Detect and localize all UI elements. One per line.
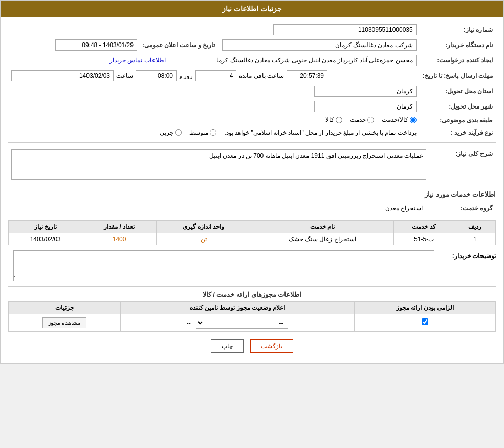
licenses-table: الزامی بودن ارائه مجوز اعلام وضعیت مجوز … (8, 301, 496, 332)
category-radio-kala-khedmat-input[interactable] (410, 117, 417, 123)
buyer-org-value-cell: شرکت معادن ذغالسنگ کرمان تاریخ و ساعت اع… (8, 37, 420, 53)
response-time-label: ساعت (116, 72, 133, 79)
services-table: ردیف کد خدمت نام خدمت واحد اندازه گیری ت… (8, 220, 496, 245)
cell-row-num: 1 (454, 233, 496, 245)
purchase-type-radio-partial-input[interactable] (175, 129, 182, 136)
response-remaining-label: ساعت باقی مانده (239, 72, 284, 79)
buyer-notes-section: توضیحات خریدار: (8, 250, 496, 281)
divider-2 (8, 186, 496, 186)
col-quantity: تعداد / مقدار (82, 220, 156, 233)
services-section-title: اطلاعات خدمات مورد نیاز (8, 190, 496, 198)
category-radio-kala-input[interactable] (336, 117, 342, 123)
licenses-section-header: اطلاعات مجوزهای ارائه خدمت / کالا (8, 286, 496, 298)
page-title: جزئیات اطلاعات نیاز (1, 1, 503, 17)
need-number-label: شماره نیاز: (420, 22, 496, 37)
announce-datetime-label: تاریخ و ساعت اعلان عمومی: (142, 41, 215, 49)
city-delivery-value-cell: کرمان (8, 99, 420, 114)
purchase-type-value-cell: پرداخت تمام یا بخشی از مبلغ خریدار از مح… (8, 127, 420, 138)
city-delivery-label: شهر محل تحویل: (420, 99, 496, 114)
purchase-type-radio-medium-label: متوسط (189, 129, 208, 136)
col-mandatory: الزامی بودن ارائه مجوز (354, 301, 495, 314)
col-service-name: نام خدمت (251, 220, 393, 233)
category-radio-kala: کالا (325, 116, 342, 123)
service-group-input: استخراج معدن (324, 203, 426, 214)
category-label: طبقه بندی موضوعی: (420, 114, 496, 127)
service-group-grid: گروه خدمت: استخراج معدن (8, 201, 496, 216)
need-description-label: شرح کلی نیاز: (429, 147, 496, 182)
response-remaining-input: 20:57:39 (287, 70, 327, 81)
category-radio-kala-label: کالا (325, 116, 334, 123)
province-delivery-input: کرمان (314, 86, 417, 97)
cell-unit: تن (156, 233, 251, 245)
category-value-cell: کالا/خدمت خدمت کالا (8, 114, 420, 127)
cell-service-name: استخراج زغال سنگ خشک (251, 233, 393, 245)
list-item: -- -- مشاهده مجوز (9, 314, 496, 331)
purchase-type-radio-medium: متوسط (189, 129, 216, 136)
category-radio-khedmat-label: خدمت (350, 116, 366, 123)
col-status: اعلام وضعیت مجوز توسط نامین کننده (120, 301, 354, 314)
status-value: -- (187, 319, 191, 327)
action-buttons: بازگشت چاپ (8, 339, 496, 353)
need-description-box: عملیات معدنی استخراج زیرزمینی افق 1911 م… (11, 149, 426, 180)
category-radio-khedmat-input[interactable] (367, 117, 374, 123)
buyer-notes-label: توضیحات خریدار: (434, 250, 496, 260)
service-group-value-cell: استخراج معدن (8, 201, 429, 216)
purchase-type-radio-partial-label: جزیی (160, 129, 173, 136)
view-license-button[interactable]: مشاهده مجوز (42, 317, 86, 328)
table-row: 1 ب-5-51 استخراج زغال سنگ خشک تن 1400 14… (9, 233, 496, 245)
need-description-grid: شرح کلی نیاز: عملیات معدنی استخراج زیرزم… (8, 147, 496, 182)
contact-link[interactable]: اطلاعات تماس خریدار (109, 57, 166, 64)
need-number-input: 1103095511000035 (273, 24, 417, 35)
category-radio-khedmat: خدمت (350, 116, 374, 123)
buyer-notes-textarea[interactable] (13, 250, 434, 281)
col-details: جزئیات (9, 301, 121, 314)
print-button[interactable]: چاپ (211, 339, 244, 353)
buyer-org-label: نام دستگاه خریدار: (420, 37, 496, 53)
service-group-label: گروه خدمت: (429, 201, 496, 216)
info-grid: شماره نیاز: 1103095511000035 نام دستگاه … (8, 22, 496, 138)
col-date: تاریخ نیاز (9, 220, 82, 233)
buyer-org-input: شرکت معادن ذغالسنگ کرمان (222, 39, 417, 51)
purchase-type-radio-medium-input[interactable] (210, 129, 216, 136)
category-radio-group: کالا/خدمت خدمت کالا (325, 116, 416, 123)
purchase-type-note: پرداخت تمام یا بخشی از مبلغ خریدار از مح… (224, 129, 416, 136)
creator-input: محسن حمزه‌علی آباد کاربرداز معدن ابنیل ج… (171, 55, 417, 66)
response-date-input: 1403/02/03 (11, 70, 114, 81)
need-number-value-cell: 1103095511000035 (8, 22, 420, 37)
cell-quantity: 1400 (82, 233, 156, 245)
col-unit: واحد اندازه گیری (156, 220, 251, 233)
col-row-num: ردیف (454, 220, 496, 233)
main-content: شماره نیاز: 1103095511000035 نام دستگاه … (1, 17, 503, 363)
back-button[interactable]: بازگشت (250, 339, 293, 353)
response-deadline-value-cell: 20:57:39 ساعت باقی مانده 4 روز و 08:00 س… (8, 68, 420, 83)
purchase-type-label: نوع فرآیند خرید : (420, 127, 496, 138)
cell-service-code: ب-5-51 (393, 233, 454, 245)
need-description-value-cell: عملیات معدنی استخراج زیرزمینی افق 1911 م… (8, 147, 429, 182)
divider-1 (8, 142, 496, 143)
header-title-text: جزئیات اطلاعات نیاز (222, 5, 282, 13)
status-select[interactable]: -- (196, 317, 288, 329)
cell-date: 1403/02/03 (9, 233, 82, 245)
creator-label: ایجاد کننده درخواست: (420, 53, 496, 68)
creator-value-cell: محسن حمزه‌علی آباد کاربرداز معدن ابنیل ج… (8, 53, 420, 68)
category-radio-kala-khedmat-label: کالا/خدمت (382, 116, 408, 123)
category-radio-kala-khedmat: کالا/خدمت (382, 116, 416, 123)
response-time-input: 08:00 (136, 70, 177, 81)
purchase-type-radio-group: پرداخت تمام یا بخشی از مبلغ خریدار از مح… (160, 129, 416, 136)
cell-details: مشاهده مجوز (9, 314, 121, 331)
province-delivery-value-cell: کرمان (8, 83, 420, 99)
response-days-input: 4 (195, 70, 236, 81)
page-wrapper: جزئیات اطلاعات نیاز شماره نیاز: 11030955… (0, 0, 504, 364)
col-service-code: کد خدمت (393, 220, 454, 233)
city-delivery-input: کرمان (314, 101, 417, 112)
announce-datetime-input: 1403/01/29 - 09:48 (55, 39, 137, 51)
response-days-label: روز و (179, 72, 193, 79)
mandatory-checkbox[interactable] (422, 318, 428, 325)
province-delivery-label: استان محل تحویل: (420, 83, 496, 99)
cell-status: -- -- (120, 314, 354, 331)
purchase-type-radio-partial: جزیی (160, 129, 182, 136)
cell-mandatory (354, 314, 495, 331)
response-deadline-label: مهلت ارسال پاسخ: تا تاریخ: (420, 68, 496, 83)
